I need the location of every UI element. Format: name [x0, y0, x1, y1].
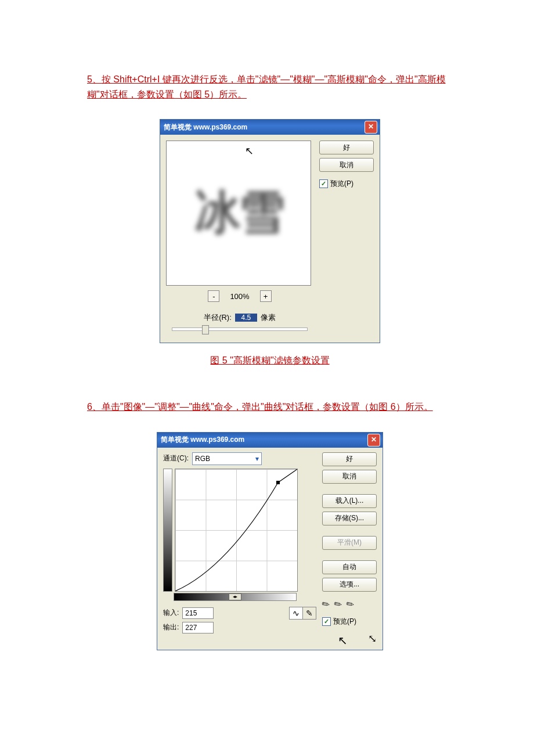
curve-grid[interactable]: [175, 469, 298, 592]
titlebar-text: 简单视觉 www.ps369.com: [161, 435, 244, 445]
close-icon[interactable]: ✕: [365, 121, 377, 134]
radius-slider[interactable]: [172, 327, 308, 331]
radius-label: 半径(R):: [204, 312, 232, 323]
channel-select[interactable]: RGB ▾: [192, 452, 262, 465]
output-value[interactable]: 227: [182, 622, 214, 633]
preview-sample-text: 冰雪: [194, 182, 283, 244]
cursor-icon: ↖: [338, 633, 348, 647]
chevron-down-icon: ▾: [255, 455, 259, 463]
radius-input[interactable]: 4.5: [235, 314, 257, 322]
checkbox-icon[interactable]: ✓: [319, 179, 328, 188]
curve-point-icon: [276, 481, 280, 484]
preview-box[interactable]: ↖ 冰雪: [166, 141, 311, 286]
preview-checkbox-label: 预览(P): [333, 617, 356, 627]
checkbox-icon[interactable]: ✓: [322, 617, 331, 626]
input-value[interactable]: 215: [182, 607, 214, 619]
save-button[interactable]: 存储(S)...: [322, 512, 377, 525]
dialog-titlebar[interactable]: 简单视觉 www.ps369.com ✕: [160, 120, 380, 135]
figure5-caption: 图 5 "高斯模糊"滤镜参数设置: [87, 355, 453, 367]
channel-label: 通道(C):: [163, 453, 189, 463]
expand-icon[interactable]: ⤡: [322, 632, 377, 645]
auto-button[interactable]: 自动: [322, 560, 377, 574]
eyedropper-white-icon[interactable]: ✎: [344, 597, 357, 611]
curves-dialog: 简单视觉 www.ps369.com ✕ 通道(C): RGB ▾: [157, 432, 383, 650]
input-label: 输入:: [163, 608, 179, 618]
titlebar-text: 简单视觉 www.ps369.com: [164, 123, 247, 132]
curve-path: [175, 469, 297, 591]
ok-button[interactable]: 好: [319, 141, 374, 154]
zoom-out-button[interactable]: -: [208, 290, 219, 302]
output-label: 输出:: [163, 622, 179, 632]
curve-mode-icon[interactable]: ∿: [290, 607, 303, 619]
cursor-icon: ↖: [245, 145, 254, 157]
dialog-titlebar[interactable]: 简单视觉 www.ps369.com ✕: [157, 433, 383, 448]
ok-button[interactable]: 好: [322, 452, 377, 466]
vertical-gradient: [163, 469, 172, 592]
preview-checkbox-row[interactable]: ✓ 预览(P): [319, 179, 374, 189]
smooth-button: 平滑(M): [322, 536, 377, 550]
step6-text: 6、单击"图像"—"调整"—"曲线"命令，弹出"曲线"对话框，参数设置（如图 6…: [87, 399, 453, 415]
eyedropper-gray-icon[interactable]: ✎: [332, 597, 345, 611]
slider-thumb[interactable]: [202, 325, 209, 334]
options-button[interactable]: 选项...: [322, 578, 377, 592]
gaussian-blur-dialog: 简单视觉 www.ps369.com ✕ ↖ 冰雪 - 100% +: [160, 119, 380, 343]
eyedropper-black-icon[interactable]: ✎: [320, 597, 333, 611]
pixel-label: 像素: [261, 312, 276, 323]
horizontal-gradient[interactable]: ◂▸: [174, 593, 297, 601]
step5-text: 5、按 Shift+Ctrl+I 键再次进行反选，单击"滤镜"—"模糊"—"高斯…: [87, 72, 453, 102]
gradient-handle[interactable]: ◂▸: [229, 593, 241, 600]
close-icon[interactable]: ✕: [367, 434, 380, 447]
zoom-percent: 100%: [230, 292, 249, 301]
cancel-button[interactable]: 取消: [322, 470, 377, 484]
pencil-mode-icon[interactable]: ✎: [303, 607, 316, 619]
load-button[interactable]: 载入(L)...: [322, 494, 377, 508]
zoom-in-button[interactable]: +: [260, 290, 272, 302]
cancel-button[interactable]: 取消: [319, 158, 374, 172]
channel-value: RGB: [195, 455, 210, 463]
curve-tool-toggle[interactable]: ∿ ✎: [289, 607, 316, 620]
preview-checkbox-row[interactable]: ✓ 预览(P): [322, 617, 377, 627]
preview-checkbox-label: 预览(P): [330, 179, 353, 189]
